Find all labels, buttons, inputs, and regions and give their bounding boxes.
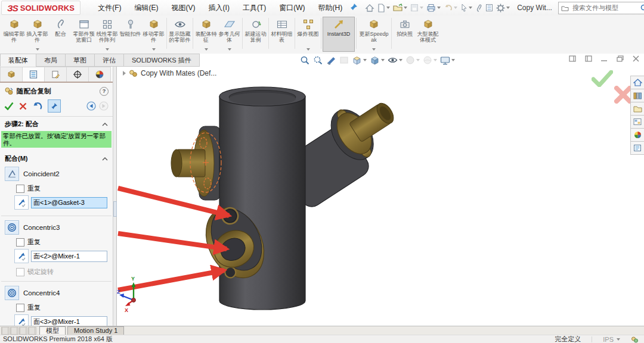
- cmd-smart-fasteners[interactable]: 智能扣件: [119, 17, 142, 52]
- selection-arrow-button[interactable]: [14, 314, 29, 326]
- tab-model[interactable]: 模型: [39, 326, 66, 335]
- save-icon[interactable]: [409, 1, 425, 14]
- cmd-large-assembly-mode[interactable]: 大型装配体模式: [416, 17, 439, 52]
- cmd-component-preview-window[interactable]: 零部件预览窗口: [72, 17, 95, 52]
- confirm-cancel-mark[interactable]: [614, 86, 632, 105]
- mate-paperclip-icon[interactable]: [474, 1, 484, 14]
- selection-arrow-button[interactable]: [14, 195, 29, 210]
- design-library-icon[interactable]: [630, 89, 644, 102]
- graphics-area[interactable]: Y Z X Copy With Mates (Def...: [117, 67, 644, 326]
- home-icon[interactable]: [364, 1, 376, 14]
- menu-view[interactable]: 视图(V): [165, 1, 202, 15]
- section-view-icon[interactable]: [326, 55, 336, 66]
- cmd-mate[interactable]: 配合: [49, 17, 72, 52]
- tab-dimxpert-manager[interactable]: [66, 67, 89, 82]
- tab-feature-manager[interactable]: [0, 67, 23, 82]
- tab-layout[interactable]: 布局: [36, 54, 66, 67]
- flyout-tree-arrow-icon[interactable]: [123, 71, 126, 76]
- tab-evaluate[interactable]: 评估: [94, 54, 124, 67]
- mates-section-header[interactable]: 配合(M): [0, 151, 113, 165]
- confirm-ok-mark[interactable]: [592, 70, 613, 89]
- menu-help[interactable]: 帮助(H): [312, 1, 349, 15]
- checkbox-box[interactable]: [16, 268, 24, 276]
- next-step-button[interactable]: [99, 101, 109, 111]
- pin-menu-icon[interactable]: [350, 3, 358, 13]
- mate-reference-field[interactable]: 面<3>@Mixer-1: [31, 316, 107, 326]
- lock-rotation-checkbox[interactable]: 锁定旋转: [0, 266, 113, 277]
- menu-tools[interactable]: 工具(T): [236, 1, 273, 15]
- mate-item[interactable]: Coincident2: [0, 165, 113, 182]
- tab-configuration-manager[interactable]: [44, 67, 67, 82]
- mate-reference-field[interactable]: 面<2>@Mixer-1: [31, 251, 107, 262]
- options-gear-icon[interactable]: [495, 1, 511, 14]
- cmd-show-hidden-components[interactable]: 显示隐藏的零部件: [168, 17, 191, 52]
- repeat-checkbox[interactable]: 重复: [0, 236, 113, 248]
- cmd-linear-component-pattern[interactable]: 线性零部件阵列: [95, 17, 119, 52]
- tab-sketch[interactable]: 草图: [65, 54, 95, 67]
- file-explorer-icon[interactable]: [630, 102, 644, 116]
- zoom-to-area-icon[interactable]: [313, 55, 323, 66]
- view-palette-icon[interactable]: [630, 115, 644, 129]
- select-cursor-icon[interactable]: [459, 1, 473, 14]
- search-box[interactable]: [558, 2, 644, 14]
- collapse-pane-left-icon[interactable]: [569, 55, 576, 62]
- mate-reference-field[interactable]: 面<1>@Gasket-3: [31, 197, 107, 208]
- scroll-next-button[interactable]: [19, 327, 27, 335]
- zoom-to-fit-icon[interactable]: [300, 55, 310, 66]
- print-icon[interactable]: [425, 1, 442, 14]
- search-input[interactable]: [571, 4, 638, 12]
- doc-close-button[interactable]: [633, 55, 639, 62]
- appearances-scenes-icon[interactable]: [630, 128, 644, 142]
- step-section-header[interactable]: 步骤2: 配合: [0, 117, 113, 130]
- scroll-last-button[interactable]: [28, 327, 36, 335]
- mate-item[interactable]: Concentric4: [0, 284, 113, 301]
- undo-button[interactable]: [32, 102, 42, 111]
- pm-help-icon[interactable]: ?: [100, 87, 109, 96]
- menu-window[interactable]: 窗口(W): [273, 1, 311, 15]
- home-tab-icon[interactable]: [630, 76, 644, 89]
- selection-arrow-button[interactable]: [14, 249, 29, 263]
- cmd-bill-of-materials[interactable]: 材料明细表: [270, 17, 293, 52]
- undo-icon[interactable]: [442, 1, 459, 14]
- previous-step-button[interactable]: [86, 101, 96, 111]
- tab-property-manager[interactable]: [22, 67, 45, 82]
- keep-visible-pin-button[interactable]: [48, 99, 61, 113]
- tab-motion-study-1[interactable]: Motion Study 1: [67, 326, 124, 335]
- rebuild-list-icon[interactable]: [484, 1, 494, 14]
- breadcrumb[interactable]: Copy With Mates (Def...: [123, 69, 216, 77]
- collapse-pane-right-icon[interactable]: [585, 55, 592, 62]
- cmd-move-component[interactable]: 移动零部件: [142, 17, 165, 52]
- cmd-assembly-features[interactable]: 装配体特征: [194, 17, 218, 52]
- view-settings-icon[interactable]: [440, 56, 455, 65]
- cancel-button[interactable]: [19, 102, 27, 110]
- cmd-update-speedpak[interactable]: 更新Speedpak: [358, 17, 390, 52]
- menu-insert[interactable]: 插入(I): [202, 1, 236, 15]
- cmd-insert-components[interactable]: 插入零部件: [26, 17, 49, 52]
- checkbox-box[interactable]: [16, 304, 24, 312]
- doc-minimize-button[interactable]: [601, 56, 608, 62]
- repeat-checkbox[interactable]: 重复: [0, 182, 113, 194]
- cmd-take-snapshot[interactable]: 拍快照: [393, 17, 416, 52]
- cmd-edit-component[interactable]: 编辑零部件: [2, 17, 26, 52]
- scroll-prev-button[interactable]: [10, 327, 18, 335]
- repeat-checkbox[interactable]: 重复: [0, 301, 113, 313]
- solidworks-logo[interactable]: ЗS SOLIDWORKS: [1, 1, 80, 15]
- doc-restore-button[interactable]: [617, 55, 624, 62]
- cmd-new-motion-study[interactable]: 新建运动算例: [244, 17, 267, 52]
- ok-button[interactable]: [4, 102, 14, 110]
- checkbox-box[interactable]: [16, 238, 24, 247]
- menu-edit[interactable]: 编辑(E): [128, 1, 165, 15]
- display-style-icon[interactable]: [370, 55, 385, 66]
- cmd-exploded-view[interactable]: 爆炸视图: [296, 17, 320, 52]
- new-document-icon[interactable]: [376, 1, 391, 14]
- cmd-instant3d[interactable]: Instant3D: [323, 17, 355, 52]
- scroll-first-button[interactable]: [1, 327, 10, 335]
- open-document-icon[interactable]: [392, 1, 408, 14]
- cmd-reference-geometry[interactable]: 参考几何体: [218, 17, 241, 52]
- tab-solidworks-addins[interactable]: SOLIDWORKS 插件: [123, 54, 200, 67]
- hide-show-items-icon[interactable]: [388, 56, 402, 64]
- menu-file[interactable]: 文件(F): [91, 1, 128, 15]
- view-orientation-icon[interactable]: [352, 55, 367, 66]
- mixer-model[interactable]: [171, 87, 405, 310]
- units-selector[interactable]: IPS: [603, 336, 620, 343]
